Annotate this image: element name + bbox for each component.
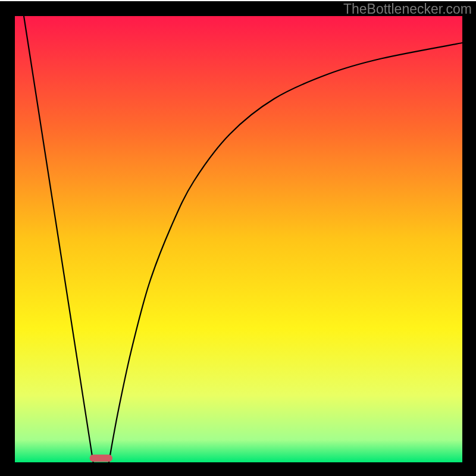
- bottleneck-chart: TheBottlenecker.com: [0, 0, 476, 476]
- plot-background: [15, 16, 462, 462]
- watermark-text: TheBottlenecker.com: [343, 1, 472, 17]
- chart-svg: TheBottlenecker.com: [0, 0, 476, 476]
